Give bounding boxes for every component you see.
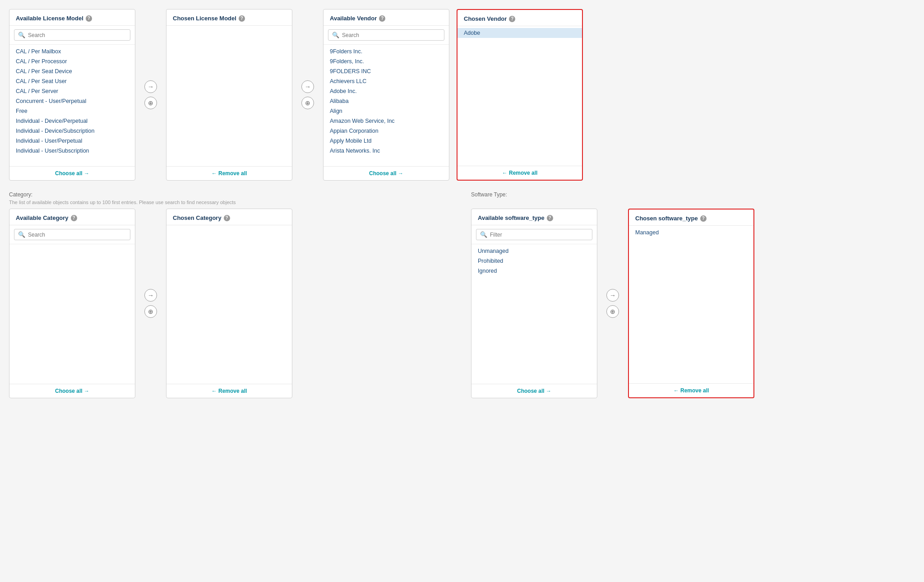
available-vendor-search-wrapper: 🔍 [323, 26, 449, 45]
choose-all-license-link[interactable]: Choose all → [55, 170, 89, 177]
available-license-panel: Available License Model ? 🔍 CAL / Per Ma… [9, 9, 135, 181]
vendor-arrow-buttons: → ⊕ [300, 80, 316, 109]
choose-all-license-label: Choose all → [55, 170, 89, 177]
remove-all-license-link[interactable]: ← Remove all [212, 170, 247, 177]
list-item[interactable]: Achievers LLC [323, 76, 449, 86]
list-item[interactable]: Individual - User/Subscription [9, 146, 135, 156]
available-software-type-filter-wrapper: 🔍 [471, 225, 597, 244]
category-move-left-button[interactable]: ⊕ [144, 305, 157, 318]
available-category-panel: Available Category ? 🔍 Choose all → [9, 209, 135, 398]
list-item[interactable]: Unmanaged [471, 246, 597, 256]
choose-all-vendor-link[interactable]: Choose all → [369, 170, 403, 177]
list-item[interactable]: Adobe [457, 28, 582, 38]
category-move-right-button[interactable]: → [144, 289, 157, 302]
list-item[interactable]: Concurrent - User/Perpetual [9, 96, 135, 106]
remove-all-category-link[interactable]: ← Remove all [212, 388, 247, 394]
list-item[interactable]: Adobe Inc. [323, 86, 449, 96]
list-item[interactable]: 9Folders Inc. [323, 47, 449, 56]
chosen-category-footer: ← Remove all [166, 384, 292, 398]
available-license-help-icon[interactable]: ? [86, 15, 92, 22]
list-item[interactable]: Alibaba [323, 96, 449, 106]
chosen-license-help-icon[interactable]: ? [239, 15, 245, 22]
available-category-search-input[interactable] [28, 232, 126, 238]
chosen-vendor-help-icon[interactable]: ? [509, 16, 515, 22]
chosen-vendor-title: Chosen Vendor [464, 15, 507, 22]
chosen-software-type-title: Chosen software_type [635, 215, 698, 222]
license-arrow-buttons: → ⊕ [143, 80, 159, 109]
available-license-search-input[interactable] [28, 32, 126, 38]
list-item[interactable]: 9Folders, Inc. [323, 56, 449, 66]
chosen-software-type-help-icon[interactable]: ? [700, 215, 707, 222]
category-label: Category: [9, 191, 453, 198]
remove-all-vendor-link[interactable]: ← Remove all [502, 170, 538, 176]
software-type-label-block: Software Type: [471, 191, 915, 205]
list-item[interactable]: Ignored [471, 266, 597, 276]
chosen-vendor-panel: Chosen Vendor ? Adobe ← Remove all [457, 9, 583, 181]
chosen-category-header: Chosen Category ? [166, 209, 292, 225]
available-category-title: Available Category [16, 214, 69, 221]
available-vendor-search-input[interactable] [342, 32, 440, 38]
available-license-title: Available License Model [16, 15, 83, 22]
available-license-list: CAL / Per Mailbox CAL / Per Processor CA… [9, 45, 135, 166]
search-icon: 🔍 [18, 32, 25, 38]
chosen-software-type-footer: ← Remove all [629, 383, 753, 397]
list-item[interactable]: Prohibited [471, 256, 597, 266]
chosen-category-list [166, 225, 292, 384]
license-move-left-button[interactable]: ⊕ [144, 97, 157, 109]
available-license-footer: Choose all → [9, 166, 135, 180]
software-type-move-left-button[interactable]: ⊕ [606, 305, 619, 318]
software-type-move-right-button[interactable]: → [606, 289, 619, 302]
list-item[interactable]: CAL / Per Seat User [9, 76, 135, 86]
remove-all-category-label: ← Remove all [212, 388, 247, 394]
chosen-vendor-footer: ← Remove all [457, 166, 582, 180]
remove-all-vendor-label: ← Remove all [502, 170, 538, 176]
available-license-search-wrapper: 🔍 [9, 26, 135, 45]
list-item[interactable]: Managed [629, 228, 753, 237]
list-item[interactable]: CAL / Per Seat Device [9, 66, 135, 76]
software-type-label: Software Type: [471, 191, 915, 198]
chosen-vendor-header: Chosen Vendor ? [457, 10, 582, 26]
list-item[interactable]: Individual - Device/Subscription [9, 126, 135, 136]
choose-all-vendor-label: Choose all → [369, 170, 403, 177]
list-item[interactable]: Appian Corporation [323, 126, 449, 136]
remove-all-license-label: ← Remove all [212, 170, 247, 177]
choose-all-software-type-label: Choose all → [517, 388, 551, 394]
available-license-header: Available License Model ? [9, 9, 135, 26]
chosen-license-footer: ← Remove all [166, 166, 292, 180]
list-item[interactable]: Individual - User/Perpetual [9, 136, 135, 146]
available-vendor-header: Available Vendor ? [323, 9, 449, 26]
available-software-type-footer: Choose all → [471, 384, 597, 398]
choose-all-software-type-link[interactable]: Choose all → [517, 388, 551, 394]
available-software-type-filter-input[interactable] [490, 232, 588, 238]
list-item[interactable]: Individual - Device/Perpetual [9, 116, 135, 126]
available-vendor-help-icon[interactable]: ? [379, 15, 385, 22]
available-vendor-panel: Available Vendor ? 🔍 9Folders Inc. 9Fold… [323, 9, 449, 181]
list-item[interactable]: Arista Networks. Inc [323, 146, 449, 156]
available-category-help-icon[interactable]: ? [71, 215, 77, 221]
chosen-license-list [166, 26, 292, 166]
chosen-license-panel: Chosen License Model ? ← Remove all [166, 9, 292, 181]
license-move-right-button[interactable]: → [144, 80, 157, 93]
chosen-category-title: Chosen Category [173, 214, 222, 221]
list-item[interactable]: Align [323, 106, 449, 116]
available-vendor-list: 9Folders Inc. 9Folders, Inc. 9FOLDERS IN… [323, 45, 449, 166]
chosen-license-title: Chosen License Model [173, 15, 236, 22]
available-software-type-header: Available software_type ? [471, 209, 597, 225]
available-software-type-help-icon[interactable]: ? [547, 215, 553, 221]
available-vendor-title: Available Vendor [330, 15, 377, 22]
vendor-move-right-button[interactable]: → [301, 80, 314, 93]
list-item[interactable]: 9FOLDERS INC [323, 66, 449, 76]
list-item[interactable]: Free [9, 106, 135, 116]
list-item[interactable]: CAL / Per Server [9, 86, 135, 96]
remove-all-software-type-link[interactable]: ← Remove all [674, 387, 709, 394]
remove-all-software-type-label: ← Remove all [674, 387, 709, 394]
vendor-move-left-button[interactable]: ⊕ [301, 97, 314, 109]
list-item[interactable]: CAL / Per Mailbox [9, 47, 135, 56]
chosen-category-help-icon[interactable]: ? [224, 215, 230, 221]
list-item[interactable]: CAL / Per Processor [9, 56, 135, 66]
available-software-type-panel: Available software_type ? 🔍 Unmanaged Pr… [471, 209, 597, 398]
choose-all-category-link[interactable]: Choose all → [55, 388, 89, 394]
list-item[interactable]: Amazon Web Service, Inc [323, 116, 449, 126]
list-item[interactable]: Apply Mobile Ltd [323, 136, 449, 146]
chosen-software-type-panel: Chosen software_type ? Managed ← Remove … [628, 209, 754, 398]
